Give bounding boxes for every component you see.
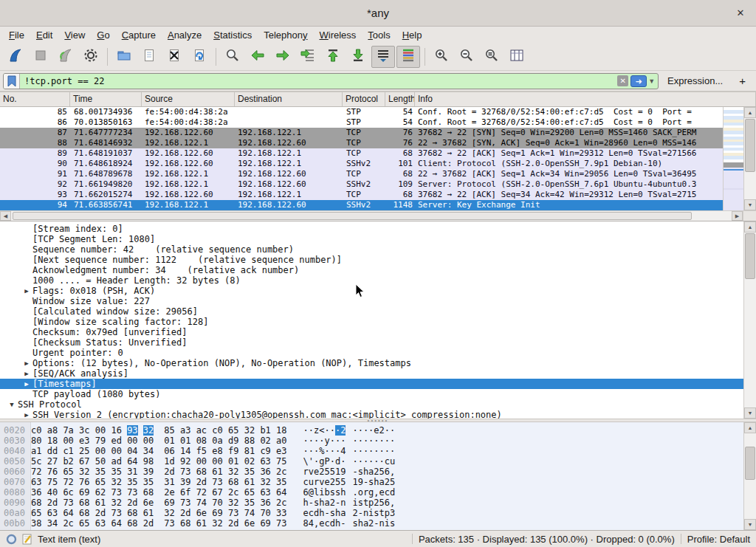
detail-line[interactable]: [TCP Segment Len: 1080]: [0, 234, 743, 244]
hex-byte[interactable]: 72: [31, 467, 41, 477]
expander-closed-icon[interactable]: ▶: [21, 410, 32, 419]
hex-byte[interactable]: 5c: [31, 456, 41, 467]
detail-line[interactable]: ▶Options: (12 bytes), No-Operation (NOP)…: [0, 358, 743, 368]
column-header-source[interactable]: Source: [142, 92, 235, 106]
file-close-button[interactable]: [162, 46, 186, 68]
hex-byte[interactable]: 63: [260, 456, 270, 467]
ascii-char[interactable]: 5: [379, 467, 385, 477]
expert-info-icon[interactable]: [6, 534, 17, 545]
hex-byte[interactable]: 65: [79, 518, 89, 529]
hex-byte[interactable]: 73: [63, 498, 73, 508]
hex-byte[interactable]: 68: [127, 518, 137, 529]
ascii-char[interactable]: c: [309, 508, 314, 518]
hex-byte[interactable]: 00: [63, 436, 73, 446]
ascii-char[interactable]: h: [340, 487, 346, 498]
ascii-char[interactable]: -: [374, 518, 379, 529]
hex-byte[interactable]: 76: [79, 477, 89, 487]
hex-byte[interactable]: 64: [63, 508, 73, 518]
ascii-char[interactable]: s: [374, 508, 379, 518]
menu-tools[interactable]: Tools: [362, 28, 396, 42]
file-reload-button[interactable]: [188, 46, 211, 68]
hex-byte[interactable]: 61: [95, 498, 106, 508]
menu-file[interactable]: File: [3, 28, 30, 42]
zoom-in-button[interactable]: [430, 46, 453, 68]
hex-byte[interactable]: b2: [63, 456, 73, 467]
hex-byte[interactable]: 67: [79, 456, 89, 467]
hex-byte[interactable]: 65: [244, 487, 255, 498]
hex-byte[interactable]: e3: [79, 436, 89, 446]
ascii-char[interactable]: s: [390, 518, 395, 529]
hex-byte[interactable]: 35: [127, 477, 137, 487]
ascii-char[interactable]: 8: [303, 518, 309, 529]
ascii-char[interactable]: ·: [358, 446, 363, 456]
detail-line[interactable]: [Window size scaling factor: 128]: [0, 317, 743, 327]
scroll-thumb[interactable]: [745, 447, 755, 480]
hex-byte[interactable]: 68: [143, 487, 154, 498]
hex-byte[interactable]: 76: [47, 467, 58, 477]
hex-byte[interactable]: 6f: [180, 487, 190, 498]
ascii-char[interactable]: -: [352, 467, 357, 477]
hex-byte[interactable]: 32: [164, 508, 174, 518]
resize-columns-button[interactable]: [505, 46, 529, 68]
hex-byte[interactable]: 81: [244, 446, 255, 456]
filter-apply-icon[interactable]: ➜: [630, 75, 647, 87]
hex-row-0070[interactable]: 007063 75 72 76 65 32 35 3531 39 2d 73 6…: [0, 477, 743, 487]
ascii-char[interactable]: P: [324, 456, 329, 467]
hex-byte[interactable]: 35: [143, 477, 154, 487]
ascii-char[interactable]: 2: [385, 477, 390, 487]
hex-byte[interactable]: 32: [111, 498, 121, 508]
ascii-char[interactable]: ·: [309, 446, 314, 456]
ascii-char[interactable]: \: [303, 456, 309, 467]
hex-row-00b0[interactable]: 00b038 34 2c 65 63 64 68 2d73 68 61 32 2…: [0, 518, 743, 529]
hex-byte[interactable]: 2c: [276, 467, 286, 477]
ascii-char[interactable]: v: [309, 467, 314, 477]
ascii-char[interactable]: ·: [303, 425, 309, 436]
packet-row-89[interactable]: 8971.648191037192.168.122.60192.168.122.…: [0, 148, 723, 159]
filter-clear-icon[interactable]: ✕: [617, 75, 628, 86]
ascii-char[interactable]: ·: [379, 456, 385, 467]
hex-byte[interactable]: e8: [212, 446, 222, 456]
hex-byte[interactable]: 18: [276, 425, 286, 436]
hex-byte[interactable]: f9: [228, 446, 238, 456]
packet-list-minimap[interactable]: [723, 107, 743, 210]
hex-row-0020[interactable]: 0020c0 a8 7a 3c 00 16 93 3285 a3 ac c0 6…: [0, 425, 743, 436]
ascii-char[interactable]: 9: [340, 467, 346, 477]
hex-byte[interactable]: 68: [127, 508, 137, 518]
hex-byte[interactable]: ed: [111, 436, 121, 446]
hex-byte[interactable]: 34: [47, 518, 58, 529]
ascii-char[interactable]: ·: [330, 425, 335, 436]
hex-byte[interactable]: 7a: [63, 425, 73, 436]
hex-byte[interactable]: 68: [228, 477, 238, 487]
ascii-char[interactable]: e: [303, 508, 309, 518]
ascii-char[interactable]: e: [324, 477, 329, 487]
ascii-char[interactable]: e: [374, 425, 379, 436]
hex-byte[interactable]: 35: [244, 498, 255, 508]
hex-byte[interactable]: 31: [127, 467, 137, 477]
ascii-char[interactable]: s: [352, 518, 357, 529]
hex-byte[interactable]: 73: [180, 467, 190, 477]
ascii-char[interactable]: a: [379, 477, 385, 487]
detail-line[interactable]: [Stream index: 0]: [0, 224, 743, 234]
menu-statistics[interactable]: Statistics: [207, 28, 258, 42]
hex-byte[interactable]: 2c: [276, 498, 286, 508]
expander-closed-icon[interactable]: ▶: [21, 286, 32, 296]
menu-capture[interactable]: Capture: [116, 28, 162, 42]
capture-restart-button[interactable]: [54, 46, 78, 68]
detail-line[interactable]: Acknowledgment number: 34 (relative ack …: [0, 265, 743, 275]
hex-byte[interactable]: 38: [31, 518, 41, 529]
hex-byte[interactable]: 00: [212, 456, 222, 467]
ascii-char[interactable]: 2: [352, 508, 357, 518]
ascii-char[interactable]: 3: [390, 508, 395, 518]
ascii-char[interactable]: ,: [390, 498, 395, 508]
ascii-char[interactable]: ·: [303, 436, 309, 446]
hex-byte[interactable]: 73: [212, 477, 222, 487]
hex-byte[interactable]: 35: [244, 467, 255, 477]
ascii-char[interactable]: ·: [309, 425, 314, 436]
packet-row-86[interactable]: 8670.013850163fe:54:00:d4:38:2aSTP54Conf…: [0, 117, 723, 128]
colorize-packets-button[interactable]: [396, 46, 420, 68]
hex-byte[interactable]: 32: [79, 467, 89, 477]
auto-scroll-button[interactable]: [371, 46, 395, 68]
hex-byte[interactable]: c9: [260, 446, 270, 456]
hex-byte[interactable]: 85: [164, 425, 174, 436]
zoom-out-button[interactable]: [455, 46, 478, 68]
